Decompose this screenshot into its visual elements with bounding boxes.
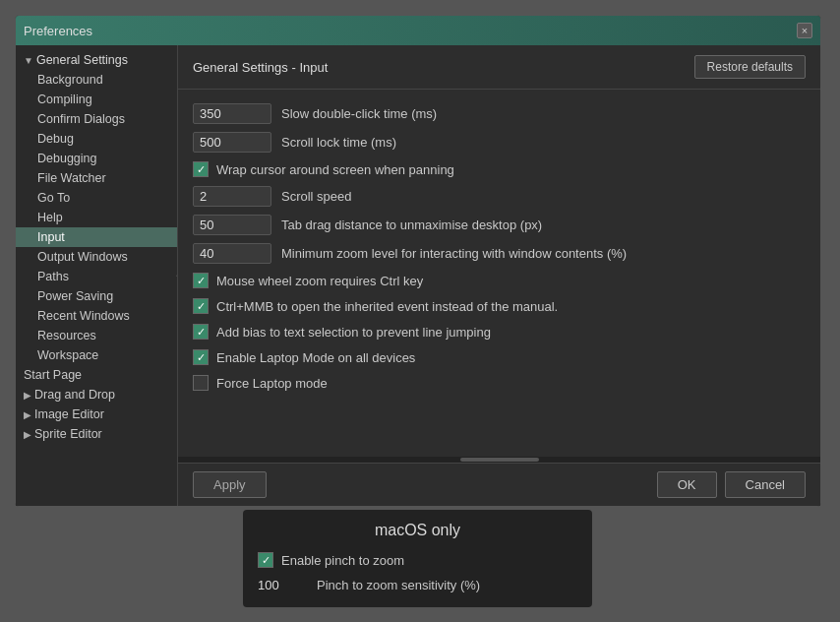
checkbox-laptop-mode[interactable] <box>193 349 209 365</box>
setting-value-5[interactable]: 40 <box>193 243 271 264</box>
sidebar-label-start-page: Start Page <box>24 368 82 382</box>
setting-numeric-row: 500 Scroll lock time (ms) <box>193 128 806 156</box>
checkbox-mouse-wheel-zoom[interactable] <box>193 273 209 288</box>
sidebar: ▼General SettingsBackgroundCompilingConf… <box>16 45 178 506</box>
footer-right: OK Cancel <box>657 471 806 498</box>
sidebar-label-power-saving: Power Saving <box>37 289 113 303</box>
sidebar-item-debug[interactable]: Debug <box>16 129 177 149</box>
sidebar-item-sprite-editor[interactable]: ▶Sprite Editor <box>16 424 177 444</box>
checkbox-wrap-cursor[interactable] <box>193 161 209 177</box>
tree-arrow-general-settings: ▼ <box>24 55 33 66</box>
main-panel: General Settings - Input Restore default… <box>178 45 820 506</box>
setting-value-3[interactable]: 2 <box>193 186 271 207</box>
sidebar-label-general-settings: General Settings <box>36 53 128 67</box>
setting-numeric-row: 350 Slow double-click time (ms) <box>193 99 806 128</box>
sidebar-item-output-windows[interactable]: Output Windows <box>16 247 177 267</box>
close-button[interactable]: × <box>797 23 812 38</box>
sidebar-item-background[interactable]: Background <box>16 70 177 90</box>
sidebar-label-image-editor: Image Editor <box>34 407 104 421</box>
sidebar-label-debugging: Debugging <box>37 152 96 165</box>
panel-header: General Settings - Input Restore default… <box>178 45 820 90</box>
sidebar-item-confirm-dialogs[interactable]: Confirm Dialogs <box>16 109 177 129</box>
checkbox-force-laptop[interactable] <box>193 375 209 391</box>
checkbox-label-ctrl-mmb: Ctrl+MMB to open the inherited event ins… <box>216 299 558 314</box>
sidebar-label-debug: Debug <box>37 132 74 146</box>
scroll-track <box>460 458 539 462</box>
cancel-button[interactable]: Cancel <box>725 471 806 498</box>
setting-label-4: Tab drag distance to unmaximise desktop … <box>281 218 542 232</box>
tree-arrow-drag-and-drop: ▶ <box>24 390 31 401</box>
checkbox-row-ctrl-mmb: Ctrl+MMB to open the inherited event ins… <box>193 293 806 319</box>
sidebar-item-start-page[interactable]: Start Page <box>16 365 177 385</box>
setting-numeric-row: 2 Scroll speed <box>193 182 806 211</box>
sidebar-item-help[interactable]: Help <box>16 208 177 227</box>
setting-numeric-row: 50 Tab drag distance to unmaximise deskt… <box>193 211 806 239</box>
tree-arrow-image-editor: ▶ <box>24 409 31 420</box>
setting-label-5: Minimum zoom level for interacting with … <box>281 246 627 261</box>
checkbox-add-bias[interactable] <box>193 324 209 340</box>
macos-sensitivity-label: Pinch to zoom sensitivity (%) <box>317 578 480 592</box>
apply-button[interactable]: Apply <box>193 471 267 498</box>
sidebar-item-drag-and-drop[interactable]: ▶Drag and Drop <box>16 385 177 404</box>
sidebar-label-workspace: Workspace <box>37 348 98 362</box>
sidebar-item-workspace[interactable]: Workspace <box>16 345 177 365</box>
setting-label-0: Slow double-click time (ms) <box>281 106 437 121</box>
setting-value-0[interactable]: 350 <box>193 103 271 124</box>
sidebar-collapse-handle[interactable] <box>177 256 178 295</box>
checkbox-row-add-bias: Add bias to text selection to prevent li… <box>193 319 806 344</box>
checkbox-label-wrap-cursor: Wrap cursor around screen when panning <box>216 162 454 177</box>
checkbox-ctrl-mmb[interactable] <box>193 298 209 314</box>
footer-left: Apply <box>193 471 267 498</box>
preferences-window: Preferences × ▼General SettingsBackgroun… <box>15 15 821 507</box>
checkbox-row-wrap-cursor: Wrap cursor around screen when panning <box>193 156 806 182</box>
restore-defaults-button[interactable]: Restore defaults <box>694 55 806 79</box>
checkbox-row-force-laptop: Force Laptop mode <box>193 370 806 396</box>
sidebar-item-paths[interactable]: Paths <box>16 267 177 286</box>
ok-button[interactable]: OK <box>657 471 717 498</box>
sidebar-item-input[interactable]: Input <box>16 227 177 247</box>
macos-value-row: 100 Pinch to zoom sensitivity (%) <box>258 575 577 595</box>
sidebar-label-compiling: Compiling <box>37 93 92 106</box>
macos-pinch-checkbox[interactable] <box>258 552 273 568</box>
macos-title: macOS only <box>258 522 577 539</box>
sidebar-item-compiling[interactable]: Compiling <box>16 90 177 109</box>
setting-value-4[interactable]: 50 <box>193 215 271 235</box>
sidebar-item-resources[interactable]: Resources <box>16 326 177 345</box>
panel-title: General Settings - Input <box>193 60 328 75</box>
sidebar-label-file-watcher: File Watcher <box>37 171 106 185</box>
setting-label-3: Scroll speed <box>281 189 352 204</box>
sidebar-label-help: Help <box>37 211 63 224</box>
checkbox-label-add-bias: Add bias to text selection to prevent li… <box>216 325 491 340</box>
sidebar-label-go-to: Go To <box>37 191 70 205</box>
macos-checkbox-row: Enable pinch to zoom <box>258 549 577 571</box>
sidebar-item-power-saving[interactable]: Power Saving <box>16 286 177 306</box>
checkbox-label-mouse-wheel-zoom: Mouse wheel zoom requires Ctrl key <box>216 274 423 288</box>
macos-sensitivity-value: 100 <box>258 578 317 592</box>
sidebar-item-image-editor[interactable]: ▶Image Editor <box>16 404 177 424</box>
sidebar-label-background: Background <box>37 73 103 87</box>
sidebar-label-recent-windows: Recent Windows <box>37 309 130 323</box>
settings-content: 350 Slow double-click time (ms) 500 Scro… <box>178 90 820 457</box>
sidebar-label-paths: Paths <box>37 270 69 283</box>
sidebar-label-output-windows: Output Windows <box>37 250 128 264</box>
content-area: ▼General SettingsBackgroundCompilingConf… <box>16 45 820 506</box>
setting-value-1[interactable]: 500 <box>193 132 271 153</box>
sidebar-label-confirm-dialogs: Confirm Dialogs <box>37 112 125 126</box>
checkbox-label-laptop-mode: Enable Laptop Mode on all devices <box>216 350 415 365</box>
sidebar-item-recent-windows[interactable]: Recent Windows <box>16 306 177 326</box>
checkbox-row-mouse-wheel-zoom: Mouse wheel zoom requires Ctrl key <box>193 268 806 293</box>
sidebar-item-go-to[interactable]: Go To <box>16 188 177 208</box>
macos-section: macOS only Enable pinch to zoom 100 Pinc… <box>243 510 592 607</box>
sidebar-item-file-watcher[interactable]: File Watcher <box>16 168 177 188</box>
setting-label-1: Scroll lock time (ms) <box>281 135 396 150</box>
macos-pinch-label: Enable pinch to zoom <box>281 553 404 568</box>
window-title: Preferences <box>24 24 92 38</box>
sidebar-item-debugging[interactable]: Debugging <box>16 149 177 168</box>
sidebar-item-general-settings[interactable]: ▼General Settings <box>16 50 177 70</box>
footer: Apply OK Cancel <box>178 463 820 506</box>
tree-arrow-sprite-editor: ▶ <box>24 429 31 440</box>
title-bar: Preferences × <box>16 16 820 45</box>
sidebar-label-drag-and-drop: Drag and Drop <box>34 388 115 402</box>
sidebar-label-resources: Resources <box>37 329 96 342</box>
sidebar-label-input: Input <box>37 230 65 244</box>
